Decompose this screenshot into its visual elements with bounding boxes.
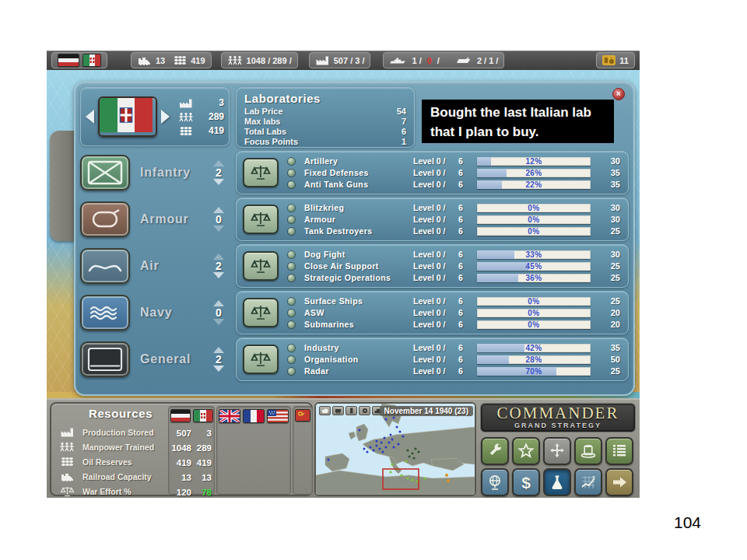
research-name[interactable]: Fixed Defenses — [304, 168, 413, 177]
research-max: 6 — [454, 296, 477, 306]
general-icon[interactable] — [80, 341, 130, 377]
star-icon — [517, 443, 535, 460]
category-label: Armour — [140, 212, 209, 226]
research-progress-bar: 0% — [477, 297, 591, 306]
axis-flags — [169, 407, 214, 422]
nation-production-value: 3 — [195, 97, 224, 108]
research-name[interactable]: Armour — [304, 215, 413, 224]
add-lab-arrow[interactable] — [213, 300, 224, 306]
prev-nation-arrow[interactable] — [86, 110, 94, 124]
focus-scales-button[interactable] — [243, 251, 279, 281]
infantry-icon[interactable] — [80, 155, 130, 191]
remove-lab-arrow[interactable] — [213, 366, 224, 372]
research-name[interactable]: Surface Ships — [304, 296, 413, 306]
train-icon — [60, 471, 75, 481]
research-led-icon — [288, 170, 295, 177]
flag-ussr-icon[interactable] — [295, 409, 310, 422]
turn-date: November 14 1940 (23) — [380, 406, 473, 416]
research-name[interactable]: Submarines — [304, 320, 413, 329]
world-view-button[interactable] — [481, 468, 509, 496]
research-name[interactable]: Industry — [304, 343, 413, 352]
research-percent: 42% — [477, 344, 591, 352]
focus-scales-button[interactable] — [243, 205, 279, 234]
repair-button[interactable] — [481, 437, 509, 465]
research-max: 6 — [454, 308, 477, 317]
close-button[interactable]: × — [612, 88, 625, 100]
settings-toggle-button[interactable] — [359, 406, 370, 415]
armour-icon[interactable] — [80, 201, 130, 237]
flag-italy-icon — [82, 54, 101, 67]
add-lab-arrow[interactable] — [213, 207, 224, 213]
air-icon[interactable] — [80, 248, 130, 284]
research-cost: 30 — [600, 215, 620, 224]
statistics-button[interactable] — [574, 468, 602, 496]
elite-units-button[interactable] — [512, 437, 540, 465]
move-cross-icon — [549, 443, 566, 460]
research-name[interactable]: Blitzkrieg — [304, 203, 413, 212]
production-status: 507 / 3 / — [309, 52, 371, 68]
navy-icon[interactable] — [80, 295, 130, 331]
category-infantry: Infantry 2 — [80, 151, 230, 194]
research-level: Level 0 / — [413, 168, 454, 177]
research-name[interactable]: Radar — [304, 366, 413, 376]
flag-italy-icon[interactable] — [193, 409, 213, 422]
chart-icon — [580, 474, 597, 491]
diplomacy-button[interactable] — [574, 437, 602, 465]
research-row: BlitzkriegLevel 0 /60%30 — [288, 203, 620, 213]
remove-lab-arrow[interactable] — [213, 226, 224, 232]
research-led-icon — [288, 368, 295, 375]
research-cost: 35 — [600, 168, 620, 177]
oil-icon — [61, 457, 74, 467]
flag-uk-icon[interactable] — [219, 409, 240, 423]
remove-lab-arrow[interactable] — [213, 319, 224, 325]
cities-toggle-button[interactable] — [345, 406, 357, 415]
focus-points-value: 1 — [402, 137, 406, 147]
lab-count: 0 — [216, 307, 222, 318]
research-button[interactable] — [543, 468, 571, 496]
flag-france-icon[interactable] — [243, 409, 265, 423]
research-name[interactable]: Artillery — [304, 156, 413, 166]
rail-toggle-button[interactable] — [332, 406, 344, 415]
add-lab-arrow[interactable] — [213, 160, 224, 166]
finance-button[interactable]: $ — [512, 468, 540, 496]
value-italy: 419 — [191, 458, 212, 467]
focus-scales-button[interactable] — [243, 158, 279, 187]
weather-toggle-button[interactable] — [319, 406, 331, 415]
research-max: 6 — [454, 215, 477, 224]
reports-button[interactable] — [605, 437, 633, 465]
scales-icon — [250, 350, 272, 369]
research-rows: IndustryLevel 0 /642%35 OrganisationLeve… — [288, 343, 620, 376]
focus-scales-button[interactable] — [243, 345, 279, 374]
research-name[interactable]: Anti Tank Guns — [304, 180, 413, 189]
research-max: 6 — [454, 366, 477, 376]
research-name[interactable]: Tank Destroyers — [304, 226, 413, 236]
next-nation-arrow[interactable] — [161, 110, 170, 124]
world-map[interactable]: × 3 289 — [47, 70, 640, 398]
money-icon — [602, 55, 615, 65]
research-name[interactable]: Organisation — [304, 355, 413, 364]
building-icon — [348, 408, 355, 414]
move-mode-button[interactable] — [543, 437, 571, 465]
money-value: 11 — [619, 56, 629, 65]
add-lab-arrow[interactable] — [213, 347, 224, 353]
research-cost: 30 — [600, 203, 620, 212]
nation-selector: 3 289 419 — [80, 87, 230, 146]
research-name[interactable]: Dog Fight — [304, 250, 413, 259]
resources-panel: Resources Production Stored Manpower Tra… — [50, 402, 313, 496]
minimap[interactable]: November 14 1940 (23) — [314, 402, 476, 496]
flag-germany-icon[interactable] — [170, 409, 191, 422]
research-max: 6 — [454, 261, 477, 271]
remove-lab-arrow[interactable] — [213, 179, 224, 185]
research-led-icon — [288, 275, 295, 282]
focus-scales-button[interactable] — [243, 298, 279, 327]
research-name[interactable]: Close Air Support — [304, 261, 413, 271]
end-turn-button[interactable] — [605, 468, 633, 496]
research-name[interactable]: Strategic Operations — [304, 273, 413, 282]
add-lab-arrow[interactable] — [213, 254, 224, 260]
flag-usa-icon[interactable] — [267, 409, 289, 423]
air-lab-spinner: 2 — [209, 254, 228, 278]
remove-lab-arrow[interactable] — [213, 272, 224, 278]
research-percent: 0% — [477, 227, 591, 236]
research-name[interactable]: ASW — [304, 308, 413, 317]
research-row: ArtilleryLevel 0 /612%30 — [288, 156, 620, 166]
